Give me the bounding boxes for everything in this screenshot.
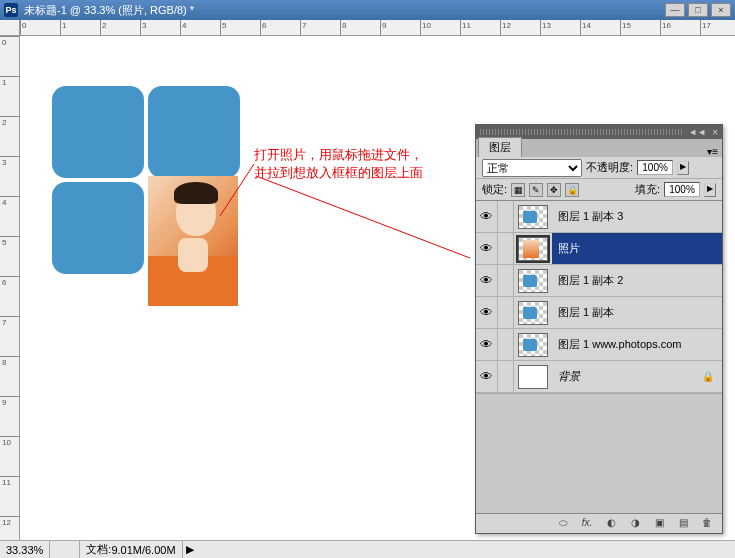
layer-row[interactable]: 👁图层 1 副本 <box>476 297 722 329</box>
layer-group-icon[interactable]: ▣ <box>650 517 668 531</box>
rounded-rect-shape[interactable] <box>52 86 144 178</box>
layer-name[interactable]: 照片 <box>552 233 722 264</box>
status-bar: 33.33% 文档:9.01M/6.00M ▶ <box>0 540 735 558</box>
lock-all-icon[interactable]: 🔒 <box>565 183 579 197</box>
maximize-button[interactable]: □ <box>688 3 708 17</box>
ruler-origin[interactable] <box>0 20 20 36</box>
link-layers-icon[interactable]: ⬭ <box>554 517 572 531</box>
lock-icon: 🔒 <box>702 371 714 382</box>
layer-list: 👁图层 1 副本 3👁照片👁图层 1 副本 2👁图层 1 副本👁图层 1 www… <box>476 201 722 393</box>
layer-row[interactable]: 👁背景🔒 <box>476 361 722 393</box>
layers-panel[interactable]: ◄◄ × 图层 ▾≡ 正常 不透明度: 100% ▶ 锁定: ▦ ✎ ✥ 🔒 填… <box>475 124 723 534</box>
status-flyout-icon[interactable]: ▶ <box>183 543 197 556</box>
layer-fx-icon[interactable]: fx. <box>578 517 596 531</box>
layer-thumbnail[interactable] <box>518 269 548 293</box>
vertical-ruler[interactable]: 0123456789101112 <box>0 36 20 540</box>
layer-name[interactable]: 背景🔒 <box>552 361 722 392</box>
fill-flyout-icon[interactable]: ▶ <box>704 183 716 197</box>
layer-name[interactable]: 图层 1 副本 <box>552 297 722 328</box>
lock-pixels-icon[interactable]: ✎ <box>529 183 543 197</box>
rounded-rect-shape[interactable] <box>148 86 240 178</box>
layer-thumbnail[interactable] <box>518 205 548 229</box>
layer-name[interactable]: 图层 1 副本 3 <box>552 201 722 232</box>
fill-value[interactable]: 100% <box>664 182 700 197</box>
layer-row[interactable]: 👁图层 1 副本 3 <box>476 201 722 233</box>
panel-collapse-icon[interactable]: ◄◄ <box>688 127 706 137</box>
blend-mode-select[interactable]: 正常 <box>482 159 582 177</box>
layer-row[interactable]: 👁图层 1 副本 2 <box>476 265 722 297</box>
doc-size[interactable]: 文档:9.01M/6.00M <box>80 541 182 558</box>
layers-footer: ⬭ fx. ◐ ◑ ▣ ▤ 🗑 <box>476 513 722 533</box>
lock-label: 锁定: <box>482 182 507 197</box>
lock-position-icon[interactable]: ✥ <box>547 183 561 197</box>
ps-app-icon: Ps <box>4 3 18 17</box>
close-button[interactable]: × <box>711 3 731 17</box>
zoom-level[interactable]: 33.33% <box>0 541 50 558</box>
panel-tabs: 图层 ▾≡ <box>476 139 722 157</box>
adjustment-layer-icon[interactable]: ◑ <box>626 517 644 531</box>
layers-tab[interactable]: 图层 <box>478 137 522 157</box>
panel-menu-icon[interactable]: ▾≡ <box>707 146 718 157</box>
layer-row[interactable]: 👁照片 <box>476 233 722 265</box>
annotation-text: 打开照片，用鼠标拖进文件， 并拉到想放入框框的图层上面 <box>254 146 423 182</box>
layer-thumbnail[interactable] <box>518 237 548 261</box>
layer-thumbnail[interactable] <box>518 365 548 389</box>
visibility-eye-icon[interactable]: 👁 <box>476 201 498 232</box>
minimize-button[interactable]: — <box>665 3 685 17</box>
layer-name[interactable]: 图层 1 副本 2 <box>552 265 722 296</box>
opacity-flyout-icon[interactable]: ▶ <box>677 161 689 175</box>
layer-name[interactable]: 图层 1 www.photops.com <box>552 329 722 360</box>
opacity-value[interactable]: 100% <box>637 160 673 175</box>
layers-empty-area[interactable] <box>476 393 722 513</box>
layer-thumbnail[interactable] <box>518 301 548 325</box>
window-titlebar: Ps 未标题-1 @ 33.3% (照片, RGB/8) * — □ × <box>0 0 735 20</box>
photo-layer[interactable] <box>148 176 238 306</box>
opacity-label: 不透明度: <box>586 160 633 175</box>
visibility-eye-icon[interactable]: 👁 <box>476 265 498 296</box>
fill-label: 填充: <box>635 182 660 197</box>
visibility-eye-icon[interactable]: 👁 <box>476 361 498 392</box>
layer-thumbnail[interactable] <box>518 333 548 357</box>
rounded-rect-shape[interactable] <box>52 182 144 274</box>
status-segment <box>50 541 80 558</box>
panel-close-icon[interactable]: × <box>712 127 718 138</box>
visibility-eye-icon[interactable]: 👁 <box>476 297 498 328</box>
delete-layer-icon[interactable]: 🗑 <box>698 517 716 531</box>
lock-transparency-icon[interactable]: ▦ <box>511 183 525 197</box>
layer-row[interactable]: 👁图层 1 www.photops.com <box>476 329 722 361</box>
svg-line-1 <box>256 176 470 258</box>
horizontal-ruler[interactable]: 01234567891011121314151617 <box>20 20 735 36</box>
new-layer-icon[interactable]: ▤ <box>674 517 692 531</box>
visibility-eye-icon[interactable]: 👁 <box>476 233 498 264</box>
visibility-eye-icon[interactable]: 👁 <box>476 329 498 360</box>
layer-mask-icon[interactable]: ◐ <box>602 517 620 531</box>
document-title: 未标题-1 @ 33.3% (照片, RGB/8) * <box>24 3 194 18</box>
